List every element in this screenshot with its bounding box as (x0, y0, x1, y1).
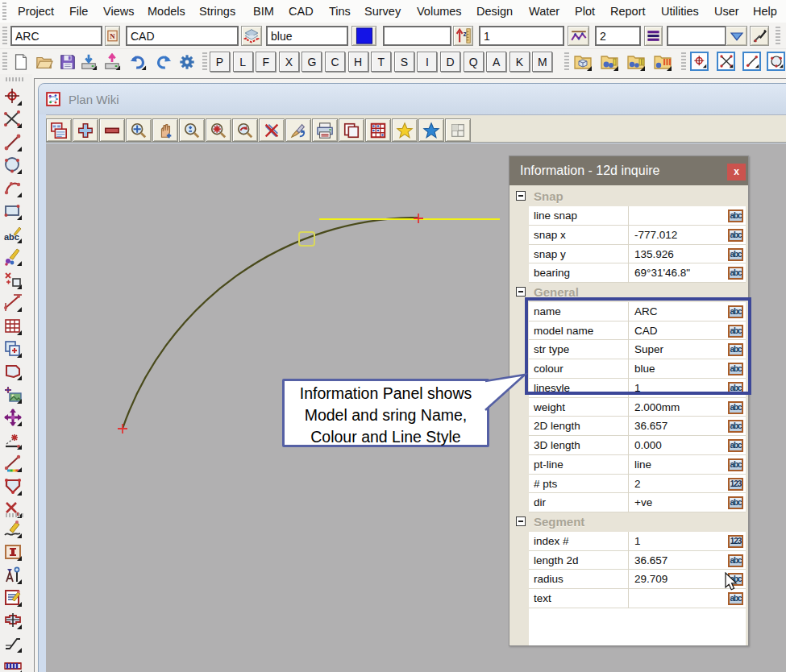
plan-window-titlebar[interactable]: Plan Wiki (39, 84, 786, 114)
import-button[interactable] (78, 51, 99, 73)
draw-line-tool[interactable] (3, 133, 30, 152)
fieldbar-grip[interactable] (2, 27, 7, 44)
print-button[interactable] (312, 118, 338, 142)
survey-tool-tool[interactable] (3, 566, 30, 585)
text-entry-button[interactable]: abc (728, 554, 743, 567)
menu-volumes[interactable]: Volumes (417, 5, 462, 18)
new-file-button[interactable] (10, 51, 31, 73)
quick-key-x[interactable]: X (279, 52, 299, 72)
zoom-plus-button[interactable] (73, 118, 98, 142)
quick-key-l[interactable]: L (233, 52, 253, 72)
iconbar-grip-2[interactable] (202, 52, 207, 70)
menu-project[interactable]: Project (18, 5, 54, 18)
iconbar-grip[interactable] (2, 52, 7, 70)
zoom-scale-button[interactable] (179, 118, 205, 142)
zoom-previous-button[interactable] (232, 118, 258, 142)
star-blue-button[interactable] (418, 118, 444, 142)
snap-intersect-button[interactable] (717, 52, 735, 71)
move-arrows-tool[interactable] (3, 408, 30, 427)
text-entry-button[interactable]: abc (728, 229, 743, 242)
height-button[interactable]: z (453, 26, 473, 46)
menu-help[interactable]: Help (753, 5, 777, 18)
pan-hand-button[interactable] (152, 118, 178, 142)
point-square-tool[interactable] (3, 271, 30, 290)
colour-button[interactable] (351, 26, 376, 46)
weight-input[interactable] (595, 26, 641, 46)
weight-button[interactable] (644, 26, 663, 46)
star-yellow-button[interactable] (392, 118, 418, 142)
menu-strings[interactable]: Strings (199, 5, 235, 18)
table-grid-tool[interactable] (3, 317, 30, 336)
menu-report[interactable]: Report (610, 5, 646, 18)
paint-style-tool[interactable] (3, 247, 30, 267)
menu-models[interactable]: Models (148, 5, 185, 18)
quick-key-p[interactable]: P (210, 52, 230, 72)
tin-button[interactable] (726, 26, 747, 46)
menu-views[interactable]: Views (103, 5, 134, 18)
linestyle-input[interactable] (479, 26, 564, 46)
save-button[interactable] (57, 51, 78, 73)
text-entry-button[interactable]: abc (728, 496, 743, 509)
folder-gear-ii-button[interactable] (626, 51, 647, 73)
menu-design[interactable]: Design (476, 5, 513, 18)
shield-polygon-tool[interactable] (3, 477, 30, 496)
quick-key-c[interactable]: C (325, 52, 345, 72)
text-box-i-tool[interactable] (3, 542, 30, 562)
text-entry-button[interactable]: abc (728, 248, 743, 261)
menu-bim[interactable]: BIM (253, 5, 274, 18)
menu-tins[interactable]: Tins (329, 5, 351, 18)
brush-refresh-button[interactable] (285, 118, 311, 142)
iconbar-grip-4[interactable] (681, 52, 686, 70)
sidebar-grip-2[interactable] (6, 513, 23, 517)
edit-doc-tool[interactable] (3, 588, 30, 608)
menu-water[interactable]: Water (529, 5, 559, 18)
sketch-pencil-tool[interactable] (3, 520, 30, 539)
sidebar-grip[interactable] (6, 77, 23, 81)
close-icon[interactable]: x (727, 164, 746, 180)
text-entry-button[interactable]: abc (728, 267, 743, 280)
menu-file[interactable]: File (69, 5, 88, 18)
string-name-button[interactable]: N (105, 26, 120, 46)
text-entry-button[interactable]: abc (728, 458, 743, 471)
collapse-icon[interactable] (516, 287, 526, 297)
folder-gear-i-button[interactable] (599, 51, 620, 73)
numeric-entry-button[interactable]: 123 (728, 535, 743, 548)
quick-key-m[interactable]: M (532, 52, 552, 72)
zoom-extents-button[interactable] (126, 118, 152, 142)
zoom-all-button[interactable] (206, 118, 231, 142)
copy-view-button[interactable] (339, 118, 364, 142)
text-entry-button[interactable]: abc (728, 401, 743, 414)
zoom-minus-button[interactable] (99, 118, 125, 142)
quick-key-a[interactable]: A (486, 52, 506, 72)
text-entry-button[interactable]: abc (728, 420, 743, 433)
intersect-lines-tool[interactable] (3, 110, 30, 129)
fieldbar-grip-right[interactable] (776, 27, 780, 44)
move-image-tool[interactable] (3, 385, 30, 404)
open-folder-button[interactable] (34, 51, 55, 73)
quick-key-t[interactable]: T (371, 52, 391, 72)
string-name-input[interactable] (10, 26, 102, 46)
text-entry-button[interactable]: abc (728, 592, 743, 605)
undo-button[interactable] (127, 51, 148, 73)
delete-cross-button[interactable] (259, 118, 285, 142)
collapse-icon[interactable] (516, 516, 526, 526)
quick-key-s[interactable]: S (394, 52, 414, 72)
tin-input[interactable] (667, 26, 726, 46)
draw-arc-tool[interactable] (3, 179, 30, 198)
quick-key-g[interactable]: G (302, 52, 322, 72)
menu-survey[interactable]: Survey (364, 5, 401, 18)
menu-utilities[interactable]: Utilities (661, 5, 699, 18)
snap-crosshair-tool[interactable] (3, 87, 30, 106)
menubar-grip[interactable] (2, 2, 7, 20)
collapse-icon[interactable] (516, 191, 526, 201)
window-save-button[interactable] (46, 118, 72, 142)
colour-input[interactable] (266, 26, 348, 46)
height-input[interactable] (383, 26, 451, 46)
quick-key-i[interactable]: I (417, 52, 437, 72)
snap-point-button[interactable] (690, 52, 709, 71)
quick-key-h[interactable]: H (348, 52, 368, 72)
quick-key-k[interactable]: K (509, 52, 530, 72)
redo-button[interactable] (153, 51, 174, 73)
measure-line-tool[interactable] (3, 293, 30, 313)
draw-circle-tool[interactable] (3, 156, 30, 175)
